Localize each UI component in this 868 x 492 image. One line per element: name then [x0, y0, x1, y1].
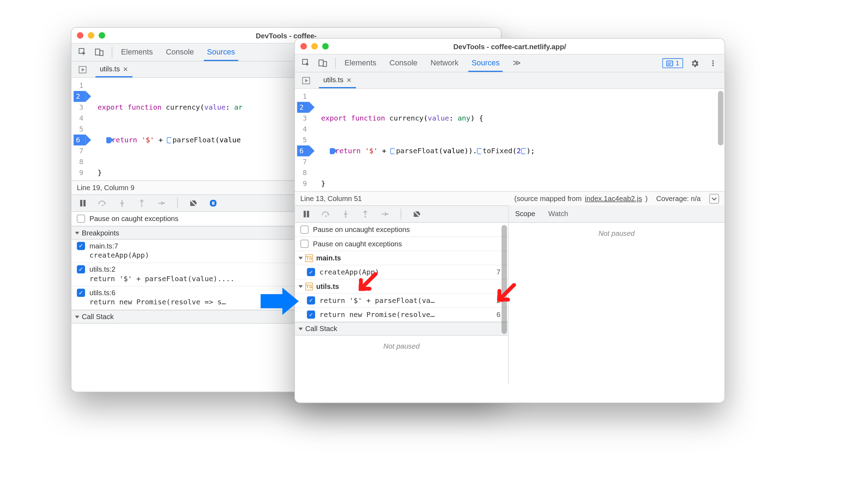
tab-scope[interactable]: Scope — [509, 205, 542, 222]
deactivate-breakpoints-icon[interactable] — [186, 196, 200, 210]
checkbox-icon[interactable] — [307, 268, 315, 276]
breakpoint-group-header[interactable]: TS main.ts — [295, 251, 508, 265]
pause-caught-label: Pause on caught exceptions — [313, 240, 402, 248]
pause-uncaught-row[interactable]: Pause on uncaught exceptions — [295, 223, 508, 237]
file-tab[interactable]: utils.ts × — [95, 62, 132, 77]
device-icon[interactable] — [315, 56, 330, 70]
close-icon[interactable]: × — [347, 75, 352, 84]
minimize-icon[interactable] — [311, 43, 318, 50]
breakpoint-marker-icon — [167, 137, 171, 143]
svg-point-25 — [345, 216, 346, 218]
tab-network[interactable]: Network — [427, 54, 462, 72]
checkbox-icon[interactable] — [307, 296, 315, 304]
tab-sources[interactable]: Sources — [204, 44, 238, 61]
gear-icon[interactable] — [688, 56, 702, 70]
code-editor[interactable]: 1234 56789 export function currency(valu… — [295, 89, 725, 191]
breakpoint-marker-icon — [330, 148, 334, 154]
breakpoint-marker-icon — [390, 148, 395, 154]
breakpoint-marker-icon — [521, 148, 525, 154]
close-icon[interactable] — [77, 32, 84, 39]
checkbox-icon[interactable] — [77, 265, 85, 273]
pause-icon[interactable] — [299, 207, 313, 221]
minimize-icon[interactable] — [88, 32, 95, 39]
svg-rect-2 — [100, 51, 103, 56]
window-title: DevTools - coffee-cart.netlify.app/ — [295, 42, 725, 50]
checkbox-icon[interactable] — [300, 240, 308, 248]
checkbox-icon[interactable] — [77, 289, 85, 297]
svg-rect-13 — [319, 60, 323, 66]
titlebar: DevTools - coffee-cart.netlify.app/ — [295, 39, 725, 54]
step-over-icon[interactable] — [319, 207, 333, 221]
more-tabs[interactable]: ≫ — [509, 54, 524, 72]
scrollbar[interactable] — [718, 91, 723, 145]
cursor-position: Line 19, Column 9 — [77, 183, 135, 192]
pause-uncaught-label: Pause on uncaught exceptions — [313, 226, 410, 234]
checkbox-icon[interactable] — [300, 226, 308, 234]
step-icon[interactable] — [378, 207, 392, 221]
kebab-icon[interactable] — [706, 56, 720, 70]
source-map-link[interactable]: index.1ac4eab2.js — [585, 194, 642, 202]
close-icon[interactable]: × — [123, 64, 128, 73]
disclosure-icon — [75, 315, 79, 318]
tab-sources[interactable]: Sources — [468, 54, 503, 72]
callstack-section-header[interactable]: Call Stack — [295, 322, 508, 336]
issues-button[interactable]: 1 — [663, 58, 683, 68]
dropdown-icon[interactable] — [709, 194, 719, 203]
maximize-icon[interactable] — [99, 32, 106, 39]
inspect-icon[interactable] — [299, 56, 313, 70]
pause-icon[interactable] — [76, 196, 90, 210]
coverage-info: Coverage: n/a — [656, 194, 701, 202]
step-icon[interactable] — [154, 196, 168, 210]
svg-rect-14 — [323, 62, 326, 66]
file-icon: TS — [305, 254, 313, 262]
file-tab-label: utils.ts — [323, 76, 343, 84]
step-out-icon[interactable] — [135, 196, 149, 210]
svg-rect-1 — [95, 49, 100, 55]
deactivate-breakpoints-icon[interactable] — [410, 207, 424, 221]
resume-overlay-icon[interactable] — [76, 62, 90, 76]
svg-point-24 — [325, 215, 327, 217]
scrollbar[interactable] — [502, 225, 507, 334]
step-over-icon[interactable] — [95, 196, 109, 210]
annotation-arrow-icon — [357, 272, 378, 294]
breakpoints-label: Breakpoints — [82, 229, 119, 237]
main-toolbar: Elements Console Network Sources ≫ 1 — [295, 54, 725, 72]
annotation-arrow-icon — [495, 283, 517, 305]
svg-rect-16 — [668, 62, 672, 63]
maximize-icon[interactable] — [322, 43, 329, 50]
close-icon[interactable] — [300, 43, 307, 50]
svg-rect-23 — [307, 211, 309, 218]
breakpoint-group-header[interactable]: TS utils.ts — [295, 279, 508, 293]
tab-console[interactable]: Console — [386, 54, 421, 72]
file-icon: TS — [305, 283, 313, 290]
step-into-icon[interactable] — [339, 207, 353, 221]
checkbox-icon[interactable] — [77, 215, 85, 223]
file-tab-label: utils.ts — [100, 65, 120, 73]
breakpoint-item[interactable]: createApp(App) 7 — [295, 265, 508, 279]
checkbox-icon[interactable] — [77, 242, 85, 250]
panel-tabs: Elements Console Network Sources ≫ — [341, 54, 524, 72]
device-icon[interactable] — [92, 45, 106, 59]
file-tab[interactable]: utils.ts × — [319, 72, 356, 88]
inspect-icon[interactable] — [76, 45, 90, 59]
tab-console[interactable]: Console — [162, 44, 197, 61]
pause-on-exceptions-icon[interactable] — [206, 196, 220, 210]
checkbox-icon[interactable] — [307, 311, 315, 319]
step-out-icon[interactable] — [358, 207, 372, 221]
pause-caught-row[interactable]: Pause on caught exceptions — [295, 237, 508, 251]
breakpoint-item[interactable]: return '$' + parseFloat(va… 2 — [295, 293, 508, 308]
svg-rect-11 — [213, 202, 215, 205]
breakpoint-marker-icon — [477, 148, 481, 154]
svg-rect-4 — [80, 200, 82, 207]
disclosure-icon — [299, 257, 303, 259]
breakpoint-item[interactable]: return new Promise(resolve… 6 — [295, 308, 508, 322]
svg-rect-22 — [304, 211, 306, 218]
tab-elements[interactable]: Elements — [118, 44, 156, 61]
resume-overlay-icon[interactable] — [299, 73, 313, 87]
not-paused-label: Not paused — [295, 336, 508, 357]
step-into-icon[interactable] — [115, 196, 129, 210]
tab-watch[interactable]: Watch — [542, 205, 575, 222]
not-paused-label: Not paused — [509, 223, 725, 244]
svg-rect-17 — [668, 64, 671, 64]
tab-elements[interactable]: Elements — [341, 54, 379, 72]
